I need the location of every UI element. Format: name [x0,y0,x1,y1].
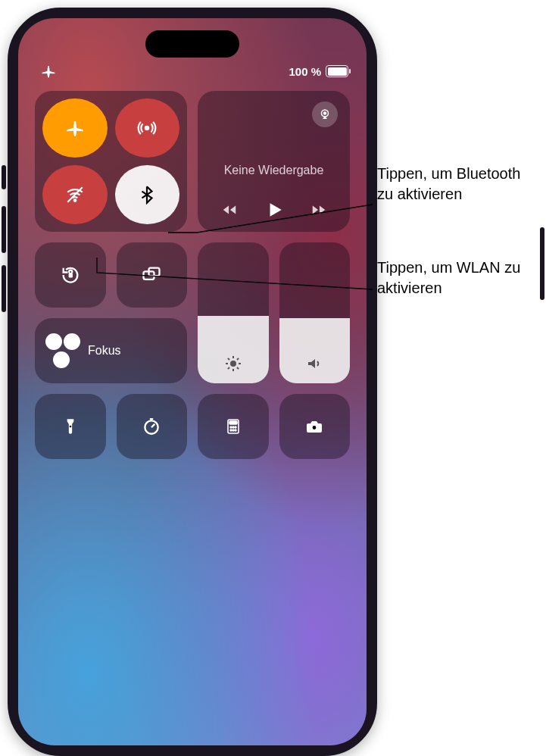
svg-rect-10 [69,339,71,341]
airplay-button[interactable] [312,102,338,127]
dynamic-island [145,30,239,58]
dnd-icon [45,333,62,350]
svg-rect-7 [149,268,160,276]
svg-point-21 [235,430,236,431]
focus-button[interactable]: Fokus [35,318,187,383]
airplane-mode-toggle[interactable] [42,98,108,158]
svg-point-1 [73,199,76,201]
svg-point-12 [69,426,71,428]
media-module[interactable]: Keine Wiedergabe [198,91,350,232]
volume-icon [305,355,323,373]
svg-point-17 [232,426,234,428]
wifi-toggle[interactable] [42,165,108,224]
battery-indicator: 100 % [289,65,348,78]
svg-point-13 [145,420,158,433]
cellular-data-toggle[interactable] [115,98,180,158]
svg-point-16 [230,426,232,428]
svg-point-20 [232,430,234,431]
personal-focus-icon [53,351,70,368]
stage: 100 % [0,0,546,756]
control-center: Keine Wiedergabe [35,91,350,459]
battery-icon [326,65,348,77]
screen-mirroring-button[interactable] [117,242,188,308]
airplay-icon [318,108,332,121]
focus-icons [45,333,80,368]
screen-mirroring-icon [141,264,162,286]
bluetooth-toggle[interactable] [115,165,180,224]
callout-bluetooth: Tippen, um Bluetooth zu aktivieren [377,164,536,205]
svg-point-19 [230,430,232,431]
connectivity-group[interactable] [35,91,187,232]
flashlight-button[interactable] [35,394,106,459]
sleep-focus-icon [64,333,80,350]
previous-track-button[interactable] [220,201,239,218]
calculator-icon [224,417,242,436]
brightness-icon [224,355,242,373]
camera-icon [304,417,325,436]
flashlight-icon [61,417,80,436]
svg-rect-15 [229,421,237,424]
phone-frame: 100 % [8,8,377,756]
orientation-lock-toggle[interactable] [35,242,106,308]
airplane-mode-status-icon [41,64,56,79]
svg-point-4 [323,111,327,115]
calculator-button[interactable] [198,394,269,459]
now-playing-text: Keine Wiedergabe [210,164,338,177]
focus-label: Fokus [88,344,121,358]
orientation-lock-icon [60,264,81,286]
svg-point-0 [145,127,148,130]
volume-slider[interactable] [279,242,351,383]
battery-percentage-text: 100 % [289,65,321,78]
next-track-button[interactable] [310,201,328,218]
svg-point-8 [230,361,236,367]
play-button[interactable] [264,200,284,220]
callout-wifi: Tippen, um WLAN zu aktivieren [377,258,536,298]
media-transport [210,200,338,224]
volume-down-button [2,265,6,312]
timer-icon [142,417,161,436]
brightness-slider[interactable] [198,242,269,383]
wifi-off-icon [65,185,85,205]
airplane-icon [65,118,85,138]
svg-rect-5 [68,273,72,277]
screen: 100 % [18,18,367,745]
svg-point-11 [61,358,63,360]
side-button [540,227,544,300]
timer-button[interactable] [117,394,188,459]
status-bar: 100 % [18,61,367,82]
cellular-icon [137,118,157,138]
mute-switch [2,165,6,189]
camera-button[interactable] [279,394,351,459]
volume-up-button [2,206,6,253]
bluetooth-icon [137,185,157,205]
svg-point-18 [235,426,236,428]
